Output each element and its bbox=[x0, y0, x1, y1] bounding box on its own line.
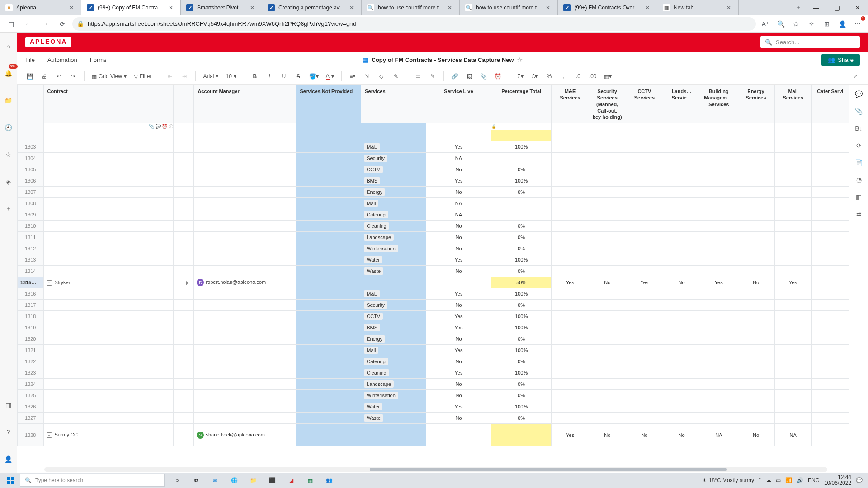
snp-cell[interactable] bbox=[296, 322, 361, 333]
table-row[interactable]: 1311LandscapeNo0% bbox=[18, 232, 849, 243]
service-live-cell[interactable]: No bbox=[426, 413, 491, 424]
wifi-icon[interactable]: 📶 bbox=[785, 477, 792, 483]
yn-cell[interactable]: No bbox=[663, 277, 700, 288]
account-manager-cell[interactable] bbox=[194, 153, 296, 164]
service-cell[interactable]: Catering bbox=[361, 209, 426, 221]
summary-icon[interactable]: ▥ bbox=[856, 193, 862, 201]
service-cell[interactable]: Energy bbox=[361, 187, 426, 198]
service-live-cell[interactable]: No bbox=[426, 333, 491, 345]
table-row[interactable]: 1325WinterisationNo0% bbox=[18, 390, 849, 401]
table-row[interactable]: 1316M&EYes100% bbox=[18, 288, 849, 300]
row-number[interactable]: 1320 bbox=[18, 333, 44, 345]
row-number[interactable]: 1317 bbox=[18, 300, 44, 311]
percentage-cell[interactable]: 100% bbox=[491, 254, 552, 266]
service-live-cell[interactable]: No bbox=[426, 300, 491, 311]
account-manager-cell[interactable]: Rrobert.nolan@apleona.com bbox=[194, 277, 296, 288]
table-row[interactable]: 1323CleaningYes100% bbox=[18, 367, 849, 379]
sidebar-launcher-icon[interactable]: ▦ bbox=[0, 397, 17, 413]
notifications-icon[interactable]: 💬 bbox=[856, 477, 863, 483]
table-row[interactable]: 1308MailNA bbox=[18, 198, 849, 209]
maximize-button[interactable]: ▢ bbox=[826, 0, 847, 15]
service-cell[interactable]: Security bbox=[361, 300, 426, 311]
service-live-cell[interactable]: NA bbox=[426, 153, 491, 164]
view-selector[interactable]: ▦ Grid View ▾ bbox=[89, 70, 129, 83]
percentage-cell[interactable]: 0% bbox=[491, 390, 552, 401]
service-live-cell[interactable] bbox=[426, 424, 491, 446]
snp-cell[interactable] bbox=[296, 153, 361, 164]
toggle-cell[interactable] bbox=[174, 424, 194, 446]
service-live-cell[interactable]: Yes bbox=[426, 311, 491, 322]
service-live-cell[interactable]: Yes bbox=[426, 288, 491, 300]
collections-button[interactable]: ⊞ bbox=[820, 17, 834, 31]
contract-cell[interactable] bbox=[43, 311, 174, 322]
italic-button[interactable]: I bbox=[263, 70, 276, 83]
account-manager-cell[interactable] bbox=[194, 232, 296, 243]
column-header[interactable]: Mail Services bbox=[774, 85, 811, 123]
browser-tab[interactable]: 🔍 how to use countif more t… ✕ bbox=[362, 0, 460, 15]
sidebar-notifications-icon[interactable]: 🔔99+ bbox=[0, 65, 17, 81]
column-header[interactable]: Service Live bbox=[426, 85, 491, 123]
row-number[interactable]: 1304 bbox=[18, 153, 44, 164]
table-row[interactable]: 1307EnergyNo0% bbox=[18, 187, 849, 198]
thousands-button[interactable]: , bbox=[557, 70, 570, 83]
taskbar-search[interactable]: 🔍 Type here to search bbox=[20, 474, 165, 487]
contract-cell[interactable] bbox=[43, 221, 174, 232]
sidebar-home-icon[interactable]: ⌂ bbox=[0, 38, 17, 54]
refresh-button[interactable]: ⟳ bbox=[55, 17, 70, 31]
service-cell[interactable]: BMS bbox=[361, 175, 426, 187]
yn-cell[interactable]: NA bbox=[700, 424, 737, 446]
row-number[interactable]: 1316 bbox=[18, 288, 44, 300]
align-button[interactable]: ≡▾ bbox=[346, 70, 359, 83]
account-manager-cell[interactable]: Sshane.beck@apleona.com bbox=[194, 424, 296, 446]
tray-chevron-icon[interactable]: ˄ bbox=[759, 477, 761, 483]
favorite-star-icon[interactable]: ☆ bbox=[517, 56, 523, 63]
service-live-cell[interactable]: Yes bbox=[426, 322, 491, 333]
favorite-button[interactable]: ✩ bbox=[789, 17, 803, 31]
service-cell[interactable]: Cleaning bbox=[361, 221, 426, 232]
column-header[interactable]: M&E Services bbox=[552, 85, 589, 123]
row-number[interactable]: 1326 bbox=[18, 401, 44, 413]
browser-tab[interactable]: ✓ (99+) FM Contracts Overv… ✕ bbox=[558, 0, 657, 15]
percentage-cell[interactable]: 100% bbox=[491, 288, 552, 300]
table-row[interactable]: 1320EnergyNo0% bbox=[18, 333, 849, 345]
highlight-button[interactable]: ✎ bbox=[426, 70, 439, 83]
tab-close-icon[interactable]: ✕ bbox=[448, 5, 454, 11]
onedrive-icon[interactable]: ☁ bbox=[766, 477, 771, 483]
account-manager-cell[interactable] bbox=[194, 367, 296, 379]
account-manager-cell[interactable] bbox=[194, 221, 296, 232]
table-row[interactable]: 1312WinterisationNo0% bbox=[18, 243, 849, 254]
percentage-cell[interactable] bbox=[491, 424, 552, 446]
service-cell[interactable]: M&E bbox=[361, 288, 426, 300]
excel-icon[interactable]: ▦ bbox=[301, 473, 319, 488]
account-manager-cell[interactable] bbox=[194, 175, 296, 187]
cortana-icon[interactable]: ○ bbox=[168, 473, 186, 488]
yn-cell[interactable]: Yes bbox=[774, 277, 811, 288]
percentage-cell[interactable]: 0% bbox=[491, 187, 552, 198]
sheet-grid[interactable]: ContractAccount ManagerServices Not Prov… bbox=[17, 85, 849, 473]
profile-button[interactable]: 👤 bbox=[835, 17, 849, 31]
snp-cell[interactable] bbox=[296, 333, 361, 345]
read-aloud-button[interactable]: A⁺ bbox=[759, 17, 772, 31]
snp-cell[interactable] bbox=[296, 243, 361, 254]
table-row[interactable]: 1306BMSYes100% bbox=[18, 175, 849, 187]
publish-icon[interactable]: 📄 bbox=[855, 159, 863, 166]
percentage-cell[interactable]: 0% bbox=[491, 379, 552, 390]
table-row[interactable]: 1314WasteNo0% bbox=[18, 266, 849, 277]
row-number[interactable]: 1307 bbox=[18, 187, 44, 198]
clock[interactable]: 12:4410/06/2022 bbox=[824, 474, 851, 486]
table-row[interactable]: 1313WaterYes100% bbox=[18, 254, 849, 266]
start-button[interactable] bbox=[2, 473, 20, 488]
row-number[interactable]: 1309 bbox=[18, 209, 44, 221]
snp-cell[interactable] bbox=[296, 367, 361, 379]
update-requests-icon[interactable]: ⟳ bbox=[856, 142, 862, 149]
snp-cell[interactable] bbox=[296, 390, 361, 401]
browser-tab[interactable]: A Apleona ✕ bbox=[0, 0, 81, 15]
contract-cell[interactable] bbox=[43, 232, 174, 243]
bold-button[interactable]: B bbox=[249, 70, 261, 83]
tab-close-icon[interactable]: ✕ bbox=[726, 5, 733, 11]
contract-cell[interactable]: −Stryker bbox=[43, 277, 174, 288]
percentage-cell[interactable] bbox=[491, 209, 552, 221]
column-header[interactable]: Account Manager bbox=[194, 85, 296, 123]
yn-cell[interactable]: No bbox=[663, 424, 700, 446]
account-manager-cell[interactable] bbox=[194, 413, 296, 424]
